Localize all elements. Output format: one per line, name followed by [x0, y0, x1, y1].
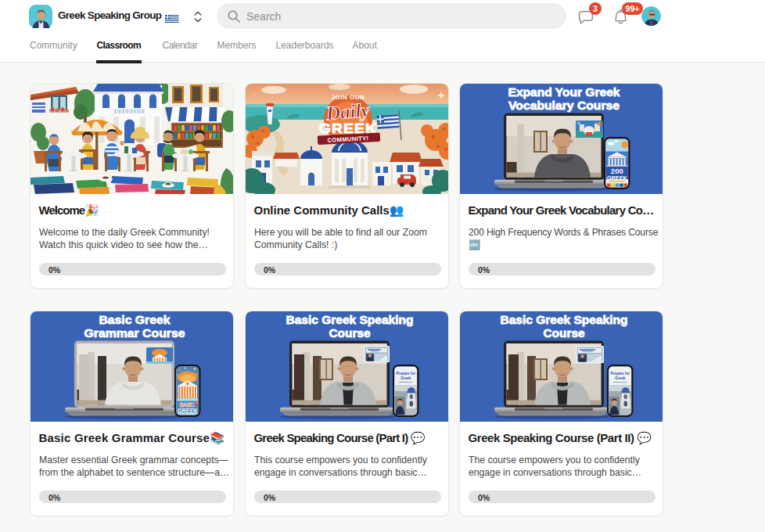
svg-text:Greek: Greek: [615, 376, 625, 380]
svg-text:GREEK: GREEK: [607, 174, 627, 182]
svg-text:Expand Your Greek: Expand Your Greek: [508, 85, 621, 99]
svg-text:Basic Greek Speaking: Basic Greek Speaking: [501, 313, 628, 326]
svg-text:Basic Greek Speaking: Basic Greek Speaking: [286, 313, 414, 326]
svg-text:Course: Course: [329, 326, 371, 340]
svg-text:Prepare for: Prepare for: [397, 372, 416, 376]
svg-text:Vocabulary Course: Vocabulary Course: [508, 99, 620, 112]
svg-text:Basic Greek: Basic Greek: [99, 313, 171, 326]
svg-text:Course: Course: [544, 326, 585, 340]
svg-text:Prepare for: Prepare for: [611, 372, 630, 376]
svg-text:Grammar Course: Grammar Course: [84, 326, 185, 340]
svg-text:Greek: Greek: [400, 376, 411, 380]
svg-text:Daily: Daily: [325, 99, 372, 124]
